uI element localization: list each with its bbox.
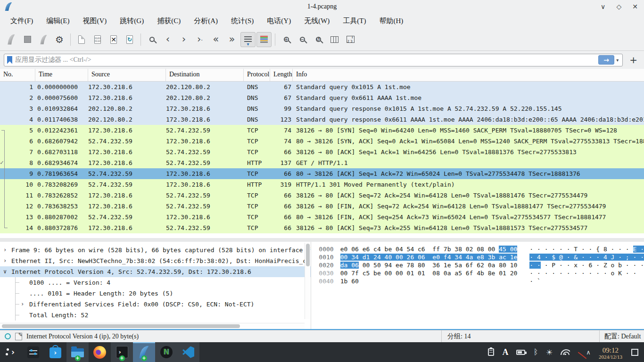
minimize-button[interactable]: ∨	[599, 3, 607, 10]
menu-item-1[interactable]: 编辑(E)	[40, 15, 76, 27]
packet-row-12[interactable]: 120.783638253172.30.218.652.74.232.59TCP…	[0, 201, 644, 212]
detail-line-2[interactable]: ∨Internet Protocol Version 4, Src: 52.74…	[0, 266, 311, 277]
details-vertical-scrollbar[interactable]	[305, 243, 310, 319]
packet-row-3[interactable]: 30.010932864202.120.80.2172.30.218.6DNS9…	[0, 103, 644, 114]
packet-row-11[interactable]: 110.783262852172.30.218.652.74.232.59TCP…	[0, 190, 644, 201]
packet-row-4[interactable]: 40.011740638202.120.80.2172.30.218.6DNS1…	[0, 114, 644, 125]
packet-row-8[interactable]: 80.682934674172.30.218.652.74.232.59HTTP…	[0, 157, 644, 168]
find-packet-button[interactable]	[144, 32, 159, 47]
zoom-out-button[interactable]: −	[295, 32, 310, 47]
capture-comment-icon[interactable]	[15, 333, 22, 340]
colorize-button[interactable]	[256, 32, 272, 47]
open-file-button[interactable]	[74, 32, 89, 47]
capture-options-button[interactable]: ⚙	[52, 32, 67, 47]
close-button[interactable]: ✕	[631, 3, 639, 10]
taskbar-app-wireshark[interactable]: +	[133, 342, 155, 362]
detail-line-6[interactable]: Total Length: 52	[0, 310, 311, 321]
menu-item-5[interactable]: 分析(A)	[187, 15, 224, 27]
packet-row-14[interactable]: 140.880372876172.30.218.652.74.232.59TCP…	[0, 222, 644, 233]
battery-icon[interactable]	[516, 350, 525, 355]
packet-row-13[interactable]: 130.88028700252.74.232.59172.30.218.6TCP…	[0, 212, 644, 222]
packet-row-9[interactable]: 90.78196365452.74.232.59172.30.218.6TCP6…	[0, 168, 644, 179]
clock[interactable]: 09:12 2024/12/13	[599, 345, 622, 360]
taskbar-app-file-manager[interactable]: +	[66, 342, 89, 362]
column-header-protocol[interactable]: Protocol	[244, 69, 270, 81]
detail-line-1[interactable]: ›Ethernet II, Src: NewH3CTechno_7b:38:02…	[0, 255, 311, 266]
filter-dropdown-caret[interactable]: ▾	[614, 58, 620, 63]
column-display-button[interactable]	[343, 32, 358, 47]
go-to-packet-button[interactable]: ›·	[192, 32, 207, 47]
detail-line-4[interactable]: .... 0101 = Header Length: 20 bytes (5)	[0, 288, 311, 299]
hex-row-0040[interactable]: 00401b 60 · `	[319, 277, 644, 285]
packet-row-7[interactable]: 70.682703118172.30.218.652.74.232.59TCP6…	[0, 147, 644, 157]
hex-row-0020[interactable]: 0020da 06 00 50 94 ee 78 80 36 1e 5a 6f …	[319, 261, 644, 269]
packet-row-6[interactable]: 60.68260794252.74.232.59172.30.218.6TCP7…	[0, 136, 644, 147]
reload-file-button[interactable]: ↻	[122, 32, 137, 47]
menu-item-2[interactable]: 视图(V)	[76, 15, 114, 27]
expand-icon[interactable]: ›	[3, 245, 7, 255]
detail-line-5[interactable]: ›Differentiated Services Field: 0x00 (DS…	[0, 299, 311, 310]
expand-icon[interactable]: ›	[21, 299, 24, 310]
apply-filter-button[interactable]: →	[598, 55, 614, 65]
restart-capture-button[interactable]	[36, 32, 51, 47]
menu-item-7[interactable]: 电话(Y)	[260, 15, 297, 27]
collapse-icon[interactable]: ∨	[3, 266, 7, 277]
column-header-source[interactable]: Source	[88, 69, 166, 81]
packet-row-2[interactable]: 20.000075600172.30.218.6202.120.80.2DNS6…	[0, 92, 644, 103]
clipboard-icon[interactable]	[488, 348, 494, 356]
zoom-reset-button[interactable]: ↺	[311, 32, 326, 47]
resize-columns-button[interactable]	[327, 32, 342, 47]
close-file-button[interactable]: ✕	[106, 32, 121, 47]
menu-item-6[interactable]: 统计(S)	[224, 15, 260, 27]
go-forward-button[interactable]: ›	[176, 32, 191, 47]
go-back-button[interactable]: ‹	[160, 32, 175, 47]
bluetooth-icon[interactable]: ᛒ	[533, 348, 538, 356]
packet-row-5[interactable]: 50.012242361172.30.218.652.74.232.59TCP7…	[0, 125, 644, 136]
menu-item-3[interactable]: 跳转(G)	[113, 15, 150, 27]
hex-row-0010[interactable]: 001000 34 d1 24 40 00 26 06 e0 f4 34 4a …	[319, 253, 644, 261]
scrollbar-thumb[interactable]	[2, 324, 240, 328]
menu-item-10[interactable]: 帮助(H)	[372, 15, 410, 27]
scrollbar-thumb[interactable]	[306, 244, 310, 266]
column-header-no[interactable]: No.	[0, 69, 35, 81]
menu-item-0[interactable]: 文件(F)	[4, 15, 40, 27]
pane-splitter[interactable]	[0, 238, 644, 242]
first-packet-button[interactable]: «	[208, 32, 223, 47]
display-filter-input[interactable]	[15, 56, 598, 64]
menu-item-9[interactable]: 工具(T)	[336, 15, 372, 27]
brightness-icon[interactable]: ☀	[546, 348, 553, 357]
packet-row-1[interactable]: 10.000000000172.30.218.6202.120.80.2DNS6…	[0, 82, 644, 92]
column-header-info[interactable]: Info	[293, 69, 644, 81]
hex-row-0000[interactable]: 0000e0 06 e6 c4 be 04 54 c6 ff 7b 38 02 …	[319, 245, 644, 253]
taskbar-app-vscode[interactable]	[177, 342, 199, 362]
maximize-button[interactable]: ◇	[615, 3, 623, 10]
show-desktop-icon[interactable]	[631, 349, 638, 356]
bookmark-icon[interactable]	[7, 56, 12, 64]
status-profile[interactable]: 配置: Default	[604, 332, 641, 341]
taskbar-app-app-launcher[interactable]: ›	[0, 342, 22, 362]
column-header-time[interactable]: Time	[35, 69, 88, 81]
expand-icon[interactable]: ›	[3, 255, 7, 266]
add-filter-button[interactable]: +	[627, 54, 640, 66]
detail-line-3[interactable]: 0100 .... = Version: 4	[0, 277, 311, 288]
taskbar-app-system-settings[interactable]	[22, 342, 44, 362]
wifi-icon[interactable]	[561, 349, 570, 355]
hex-row-0030[interactable]: 003000 7f c5 be 00 00 01 01 08 0a a5 6f …	[319, 269, 644, 277]
auto-scroll-button[interactable]	[240, 32, 256, 47]
input-method-icon[interactable]: A	[502, 347, 508, 357]
taskbar-app-terminal[interactable]: +	[111, 342, 133, 362]
menu-item-8[interactable]: 无线(W)	[297, 15, 336, 27]
taskbar-app-firefox[interactable]	[89, 342, 111, 362]
expert-info-icon[interactable]	[5, 333, 11, 339]
column-header-length[interactable]: Length	[270, 69, 293, 81]
column-header-destination[interactable]: Destination	[166, 69, 244, 81]
packet-row-10[interactable]: 100.78320826952.74.232.59172.30.218.6HTT…	[0, 179, 644, 190]
detail-line-0[interactable]: ›Frame 9: 66 bytes on wire (528 bits), 6…	[0, 245, 311, 255]
taskbar-app-discover[interactable]	[44, 342, 66, 362]
chevron-up-icon[interactable]: ∧	[586, 349, 591, 356]
start-capture-button[interactable]	[4, 32, 19, 47]
zoom-in-button[interactable]: +	[279, 32, 294, 47]
taskbar-app-neovim[interactable]	[155, 342, 177, 362]
details-horizontal-scrollbar[interactable]	[0, 323, 305, 329]
last-packet-button[interactable]: »	[224, 32, 239, 47]
